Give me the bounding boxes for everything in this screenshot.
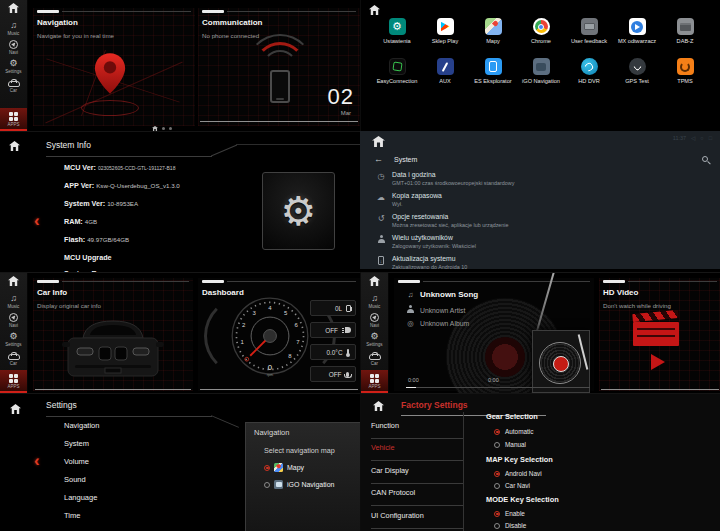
- home-icon[interactable]: [372, 136, 385, 147]
- navigation-card[interactable]: Navigation Navigate for you in real time: [33, 8, 195, 126]
- card-title: HD Video: [603, 288, 638, 297]
- radio-button[interactable]: [264, 482, 270, 488]
- tile-value: OFF: [325, 327, 338, 334]
- factory-menu-vehicle[interactable]: Vehicle: [371, 443, 463, 461]
- app-aux[interactable]: AUX: [421, 58, 469, 84]
- sidebar-item-car[interactable]: Car: [0, 77, 27, 93]
- app-hd-dvr[interactable]: HD DVR: [565, 58, 613, 84]
- home-icon[interactable]: [369, 5, 380, 15]
- nav-recents-icon[interactable]: □: [709, 135, 712, 141]
- home-icon[interactable]: [369, 276, 380, 286]
- sidebar-item-music[interactable]: ♫ Music: [0, 20, 27, 36]
- settings-item-multiple-users[interactable]: Wielu użytkowników Zalogowany użytkownik…: [370, 234, 476, 249]
- phone-icon: [270, 70, 290, 103]
- sidebar-item-music[interactable]: ♫ Music: [0, 293, 27, 309]
- app-sklep-play[interactable]: Sklep Play: [421, 18, 469, 44]
- home-icon[interactable]: [373, 401, 384, 411]
- option-automatic[interactable]: Automatic: [494, 428, 533, 435]
- app-mx-odtwarzacz[interactable]: MX odtwarzacz: [613, 18, 661, 44]
- home-icon[interactable]: [9, 141, 20, 151]
- menu-item-language[interactable]: Language: [64, 493, 97, 502]
- play-store-icon: [437, 18, 454, 35]
- menu-item-time[interactable]: Time: [64, 511, 80, 520]
- factory-menu-ui-configuration[interactable]: UI Configuration: [371, 511, 463, 529]
- row-value: 4GB: [85, 218, 97, 225]
- sidebar-item-settings[interactable]: ⚙ Settings: [0, 331, 27, 347]
- radio-button[interactable]: [494, 429, 500, 435]
- home-icon[interactable]: [8, 3, 19, 13]
- radio-button[interactable]: [494, 523, 500, 529]
- card-title: Navigation: [37, 18, 78, 27]
- sidebar-item-label: Music: [8, 304, 20, 309]
- radio-button[interactable]: [494, 483, 500, 489]
- home-icon[interactable]: [8, 276, 19, 286]
- tile-value: 0.0°C: [326, 349, 342, 356]
- settings-item-system-update[interactable]: ↓ Aktualizacja systemu Zaktualizowano do…: [370, 255, 467, 269]
- radio-button[interactable]: [494, 471, 500, 477]
- settings-item-date-time[interactable]: ◷ Data i godzina GMT+01:00 czas środkowo…: [370, 171, 514, 186]
- sidebar-item-car[interactable]: Car: [0, 350, 27, 366]
- app-easyconnection[interactable]: EasyConnection: [373, 58, 421, 84]
- settings-item-reset[interactable]: ↺ Opcje resetowania Można zresetować sie…: [370, 213, 509, 228]
- car-info-card[interactable]: Car Info Display original car info: [33, 278, 193, 391]
- map-option-mapy[interactable]: Mapy: [264, 463, 304, 472]
- app-igo-navigation[interactable]: iGO Navigation: [517, 58, 565, 84]
- radio-button[interactable]: [494, 442, 500, 448]
- option-disable[interactable]: Disable: [494, 522, 526, 529]
- progress-bar[interactable]: [406, 387, 590, 389]
- option-manual[interactable]: Manual: [494, 441, 526, 448]
- app-user-feedback[interactable]: User feedback: [565, 18, 613, 44]
- sidebar-item-settings[interactable]: ⚙ Settings: [0, 58, 27, 74]
- app-dab-z[interactable]: DAB-Z: [661, 18, 709, 44]
- hd-video-card[interactable]: HD Video Don't watch while driving: [599, 278, 720, 391]
- app-chrome[interactable]: Chrome: [517, 18, 565, 44]
- radio-button[interactable]: [494, 511, 500, 517]
- back-chevron-icon[interactable]: ‹: [34, 212, 40, 229]
- sidebar-item-navi[interactable]: Navi: [0, 39, 27, 55]
- app-tpms[interactable]: TPMS: [661, 58, 709, 84]
- back-arrow-icon[interactable]: ←: [374, 154, 383, 164]
- menu-item-system[interactable]: System: [64, 439, 89, 448]
- app-mapy[interactable]: Mapy: [469, 18, 517, 44]
- sidebar-item-apps[interactable]: APPS: [361, 370, 388, 393]
- option-enable[interactable]: Enable: [494, 510, 525, 517]
- section-header: MAP Key Selection: [486, 455, 553, 464]
- factory-menu-function[interactable]: Function: [371, 421, 463, 439]
- nav-home-icon[interactable]: ○: [700, 135, 703, 141]
- communication-card[interactable]: Communication No phone connected 02 Mar: [198, 8, 360, 126]
- system-info-row: MCU Ver:023052605-CCD-GTL-191127-B18: [64, 163, 175, 172]
- dashboard-card[interactable]: Dashboard 1 2 3 4 5 6 7 8 0 rpm 0L OFF: [198, 278, 360, 391]
- launcher-sidebar: ♫ Music Navi ⚙ Settings Car APPS: [0, 273, 28, 393]
- sidebar-item-apps[interactable]: APPS: [0, 370, 27, 393]
- svg-text:3: 3: [253, 310, 257, 316]
- sidebar-item-car[interactable]: Car: [361, 350, 388, 366]
- gear-icon: ⚙: [9, 331, 17, 341]
- map-option-igo[interactable]: iGO Navigation: [264, 480, 334, 489]
- row-value: Ksw-Q-Userdebug_OS_v1.3.0: [96, 182, 180, 189]
- menu-item-navigation[interactable]: Navigation: [64, 421, 99, 430]
- music-card[interactable]: ♫ Unknown Song Unknown Artist ◎ Unknown …: [394, 278, 594, 391]
- sidebar-item-settings[interactable]: ⚙ Settings: [361, 331, 388, 347]
- factory-menu-car-display[interactable]: Car Display: [371, 466, 463, 484]
- sidebar-item-label: Car: [10, 88, 17, 93]
- system-info-row-mcu-upgrade[interactable]: MCU Upgrade: [64, 253, 112, 262]
- date-month: Mar: [341, 110, 351, 116]
- app-es-eksplorator[interactable]: ES Eksplorator: [469, 58, 517, 84]
- sidebar-item-navi[interactable]: Navi: [361, 312, 388, 328]
- nav-back-icon[interactable]: ◁: [691, 135, 695, 141]
- option-android-navi[interactable]: Android Navi: [494, 470, 542, 477]
- sidebar-item-music[interactable]: ♫ Music: [361, 293, 388, 309]
- menu-item-volume[interactable]: Volume: [64, 457, 89, 466]
- sidebar-item-apps[interactable]: APPS: [0, 108, 27, 131]
- settings-item-backup[interactable]: ☁ Kopia zapasowa Wył.: [370, 192, 442, 207]
- back-chevron-icon[interactable]: ‹: [34, 452, 40, 469]
- home-icon[interactable]: [10, 404, 21, 414]
- app-ustawienia[interactable]: ⚙ Ustawienia: [373, 18, 421, 44]
- app-gps-test[interactable]: GPS Test: [613, 58, 661, 84]
- search-icon[interactable]: [702, 156, 708, 162]
- menu-item-sound[interactable]: Sound: [64, 475, 86, 484]
- factory-menu-can-protocol[interactable]: CAN Protocol: [371, 488, 463, 506]
- radio-button[interactable]: [264, 465, 270, 471]
- sidebar-item-navi[interactable]: Navi: [0, 312, 27, 328]
- option-car-navi[interactable]: Car Navi: [494, 482, 530, 489]
